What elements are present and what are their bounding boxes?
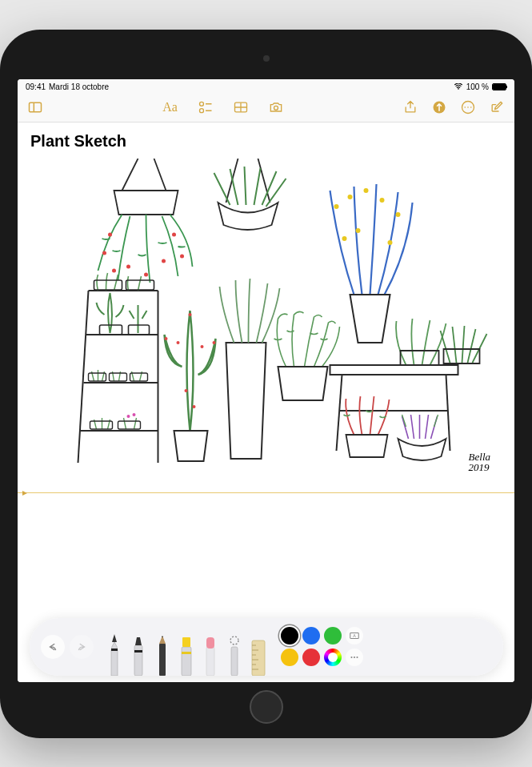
svg-point-59 (193, 405, 196, 408)
status-time: 09:41 (26, 82, 46, 91)
svg-point-21 (144, 272, 148, 276)
color-red[interactable] (302, 649, 320, 666)
svg-rect-65 (134, 645, 142, 676)
color-black[interactable] (281, 627, 298, 645)
home-button[interactable] (250, 690, 283, 724)
color-picker[interactable] (324, 649, 342, 666)
status-bar: 09:41 Mardi 18 octobre 100 % (18, 79, 514, 94)
svg-point-35 (356, 228, 361, 233)
battery-icon (492, 83, 506, 90)
svg-rect-47 (110, 373, 127, 381)
svg-point-53 (189, 313, 192, 316)
marker-tool[interactable] (127, 631, 150, 676)
svg-rect-75 (252, 641, 265, 676)
svg-rect-66 (134, 650, 142, 653)
svg-text:A: A (353, 633, 356, 638)
table-icon[interactable] (233, 99, 249, 115)
svg-point-74 (230, 636, 238, 645)
svg-point-32 (396, 212, 401, 217)
svg-point-50 (133, 413, 136, 416)
svg-rect-71 (206, 647, 214, 676)
redo-button[interactable] (70, 635, 94, 659)
sketch-drawing[interactable]: Bella 2019 (30, 159, 502, 479)
svg-rect-73 (231, 647, 238, 676)
compose-icon[interactable] (489, 99, 505, 115)
svg-point-23 (180, 254, 184, 258)
svg-point-58 (185, 389, 188, 392)
svg-point-28 (334, 204, 339, 209)
ipad-device-frame: 09:41 Mardi 18 octobre 100 % Aa (0, 30, 532, 738)
svg-point-13 (464, 106, 466, 108)
pencil-tool[interactable] (151, 631, 174, 676)
svg-line-16 (122, 159, 138, 191)
checklist-icon[interactable] (198, 99, 214, 115)
drawing-toolbar: A (30, 618, 503, 676)
svg-line-61 (337, 375, 342, 451)
svg-point-49 (127, 415, 130, 418)
svg-point-33 (342, 236, 347, 241)
ruler-tool[interactable] (247, 631, 270, 676)
text-box-tool[interactable]: A (346, 627, 363, 645)
battery-percent: 100 % (466, 82, 489, 91)
svg-point-57 (213, 341, 216, 344)
svg-point-29 (348, 195, 353, 199)
svg-point-54 (177, 341, 180, 344)
share-icon[interactable] (402, 99, 418, 115)
markup-circle-icon[interactable] (431, 99, 447, 115)
color-yellow[interactable] (281, 649, 298, 666)
color-blue[interactable] (302, 627, 320, 645)
format-text-icon[interactable]: Aa (162, 99, 178, 115)
color-palette: A (281, 627, 363, 666)
svg-rect-42 (94, 280, 122, 290)
eraser-tool[interactable] (199, 631, 222, 676)
status-date: Mardi 18 octobre (49, 82, 109, 91)
svg-rect-1 (30, 102, 42, 112)
note-title[interactable]: Plant Sketch (30, 132, 502, 151)
svg-point-86 (356, 657, 358, 658)
svg-point-19 (112, 268, 116, 272)
svg-rect-72 (206, 637, 214, 649)
svg-point-5 (199, 109, 203, 113)
wifi-icon (454, 82, 463, 91)
pen-tool[interactable] (103, 631, 126, 676)
svg-line-17 (154, 159, 166, 191)
svg-line-27 (258, 159, 270, 203)
svg-rect-67 (159, 644, 166, 676)
svg-point-25 (172, 232, 176, 236)
camera-icon[interactable] (268, 99, 284, 115)
undo-button[interactable] (41, 635, 65, 659)
svg-rect-68 (182, 647, 191, 676)
svg-line-62 (446, 375, 450, 451)
svg-point-22 (162, 259, 166, 263)
highlighter-tool[interactable] (175, 631, 198, 676)
svg-line-36 (78, 291, 89, 463)
svg-point-20 (126, 264, 130, 268)
svg-point-24 (108, 232, 112, 236)
svg-point-56 (165, 337, 168, 340)
svg-point-85 (353, 657, 354, 658)
svg-point-30 (364, 188, 369, 193)
drawing-divider[interactable] (18, 492, 514, 493)
screen: 09:41 Mardi 18 octobre 100 % Aa (18, 79, 514, 682)
color-green[interactable] (324, 627, 342, 645)
svg-point-0 (458, 88, 458, 89)
svg-point-84 (350, 657, 352, 658)
svg-point-10 (274, 106, 278, 110)
svg-rect-64 (111, 649, 118, 651)
svg-rect-52 (118, 421, 141, 429)
more-icon[interactable] (460, 99, 476, 115)
svg-point-15 (470, 106, 472, 108)
svg-rect-69 (182, 637, 190, 647)
sidebar-toggle-icon[interactable] (27, 99, 43, 115)
svg-point-3 (199, 102, 203, 106)
top-toolbar: Aa (18, 94, 514, 122)
svg-point-14 (467, 106, 469, 108)
svg-point-18 (102, 251, 106, 255)
svg-point-31 (380, 198, 385, 203)
more-tools-button[interactable] (346, 649, 363, 666)
sketch-signature: Bella 2019 (469, 452, 490, 472)
lasso-tool[interactable] (223, 631, 246, 676)
svg-point-55 (201, 345, 204, 348)
note-content[interactable]: Plant Sketch (18, 122, 514, 682)
svg-rect-60 (330, 365, 458, 375)
